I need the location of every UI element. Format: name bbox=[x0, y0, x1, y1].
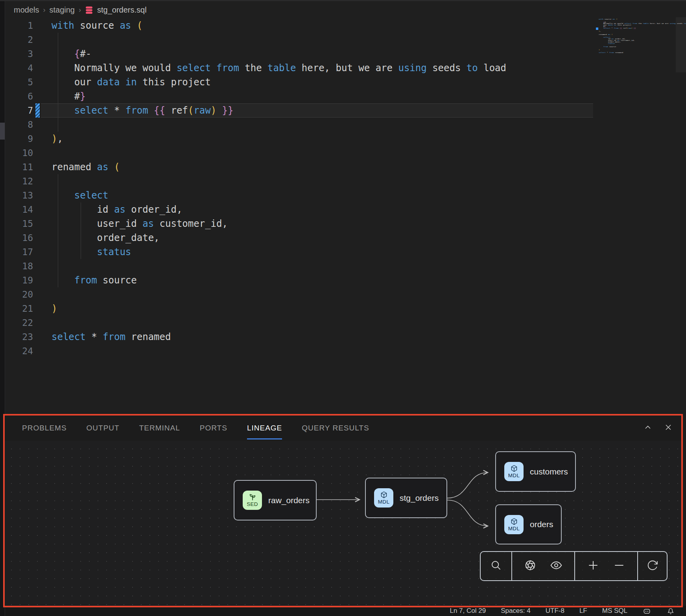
plus-icon bbox=[587, 559, 599, 573]
database-icon bbox=[85, 6, 93, 14]
maximize-panel-button[interactable] bbox=[643, 423, 653, 433]
breadcrumb-file-name[interactable]: stg_orders.sql bbox=[97, 6, 147, 15]
node-label: customers bbox=[530, 467, 568, 476]
code-line-23[interactable]: select * from renamed bbox=[52, 330, 506, 344]
lineage-toolbar bbox=[480, 551, 668, 581]
lineage-edges bbox=[5, 441, 681, 606]
sidebar-drag-handle[interactable] bbox=[0, 123, 5, 140]
lineage-node-orders[interactable]: MDLorders bbox=[495, 504, 562, 544]
code-line-19[interactable]: from source bbox=[52, 273, 506, 287]
refresh-button[interactable] bbox=[645, 558, 660, 574]
language-mode[interactable]: MS SQL bbox=[602, 607, 627, 615]
snapshot-button[interactable] bbox=[522, 558, 538, 574]
code-line-13[interactable]: select bbox=[52, 188, 506, 202]
code-editor[interactable]: models › staging › stg_orders.sql 123456… bbox=[0, 0, 686, 414]
badge-label: SED bbox=[247, 501, 258, 507]
search-icon bbox=[490, 559, 502, 573]
panel-actions bbox=[643, 416, 673, 441]
bottom-panel-highlighted: PROBLEMSOUTPUTTERMINALPORTSLINEAGEQUERY … bbox=[3, 414, 683, 607]
tab-terminal[interactable]: TERMINAL bbox=[139, 416, 180, 441]
code-line-9[interactable]: ), bbox=[52, 132, 506, 146]
refresh-icon bbox=[647, 559, 658, 573]
model-badge: MDL bbox=[374, 488, 393, 508]
lineage-graph[interactable]: SEDraw_ordersMDLstg_ordersMDLcustomersMD… bbox=[5, 441, 681, 606]
minimap-slider[interactable] bbox=[676, 17, 686, 72]
modified-line-indicator bbox=[35, 103, 40, 118]
code-line-22[interactable] bbox=[52, 316, 506, 330]
code-content[interactable]: with source as ( {#- Normally we would s… bbox=[52, 18, 506, 358]
code-line-15[interactable]: user_id as customer_id, bbox=[52, 217, 506, 231]
lineage-node-customers[interactable]: MDLcustomers bbox=[495, 451, 576, 492]
chevron-right-icon: › bbox=[43, 6, 45, 14]
node-label: stg_orders bbox=[400, 493, 439, 503]
seedling-icon bbox=[249, 493, 256, 501]
tab-lineage[interactable]: LINEAGE bbox=[247, 416, 282, 441]
window-top-edge bbox=[0, 0, 686, 1]
aperture-icon bbox=[524, 559, 536, 573]
badge-label: MDL bbox=[508, 526, 520, 531]
code-content[interactable]: with source as ( {#- Normally we would s… bbox=[599, 18, 686, 55]
indent-guide bbox=[58, 174, 58, 287]
zoom-in-button[interactable] bbox=[585, 558, 601, 574]
tab-problems[interactable]: PROBLEMS bbox=[22, 416, 67, 441]
node-label: raw_orders bbox=[268, 496, 310, 505]
chevron-up-icon bbox=[643, 423, 653, 434]
close-icon bbox=[664, 423, 673, 434]
lineage-node-raw_orders[interactable]: SEDraw_orders bbox=[234, 480, 317, 520]
cursor-position[interactable]: Ln 7, Col 29 bbox=[450, 607, 486, 615]
visibility-button[interactable] bbox=[548, 558, 564, 574]
seed-badge: SED bbox=[243, 491, 262, 510]
robot-icon[interactable] bbox=[642, 607, 651, 616]
chevron-right-icon: › bbox=[79, 6, 81, 14]
lineage-node-stg_orders[interactable]: MDLstg_orders bbox=[365, 478, 447, 518]
breadcrumb-item-staging[interactable]: staging bbox=[49, 6, 75, 15]
code-line-6[interactable]: #} bbox=[52, 89, 506, 103]
breadcrumb-item-models[interactable]: models bbox=[14, 6, 39, 15]
zoom-out-button[interactable] bbox=[611, 558, 627, 574]
code-line-24[interactable] bbox=[52, 344, 506, 358]
cube-icon bbox=[510, 518, 518, 526]
cube-icon bbox=[380, 491, 388, 499]
code-line-2[interactable] bbox=[52, 33, 506, 47]
code-line-1[interactable]: with source as ( bbox=[52, 18, 506, 33]
badge-label: MDL bbox=[508, 473, 520, 478]
code-line-14[interactable]: id as order_id, bbox=[52, 202, 506, 217]
indentation[interactable]: Spaces: 4 bbox=[501, 607, 531, 615]
search-button[interactable] bbox=[488, 558, 504, 574]
minus-icon bbox=[613, 559, 625, 573]
cube-icon bbox=[510, 465, 518, 473]
code-line-4[interactable]: Normally we would select from the table … bbox=[52, 61, 506, 75]
minimap[interactable]: with source as ( {#- Normally we would s… bbox=[595, 16, 686, 83]
encoding[interactable]: UTF-8 bbox=[546, 607, 564, 615]
node-label: orders bbox=[530, 520, 553, 529]
code-line-17[interactable]: status bbox=[52, 245, 506, 259]
code-line-21[interactable]: ) bbox=[52, 302, 506, 316]
code-line-12[interactable] bbox=[52, 174, 506, 188]
code-line-7[interactable]: select * from {{ ref(raw) }} bbox=[52, 103, 506, 118]
model-badge: MDL bbox=[504, 515, 524, 534]
indent-guide bbox=[58, 33, 58, 132]
code-line-16[interactable]: order_date, bbox=[52, 231, 506, 245]
code-line-8[interactable] bbox=[52, 118, 506, 132]
tab-query-results[interactable]: QUERY RESULTS bbox=[302, 416, 369, 441]
breadcrumb: models › staging › stg_orders.sql bbox=[14, 4, 147, 16]
close-panel-button[interactable] bbox=[663, 423, 673, 433]
eol-sequence[interactable]: LF bbox=[579, 607, 587, 615]
badge-label: MDL bbox=[378, 499, 389, 505]
minimap-modified-marker bbox=[596, 28, 598, 30]
code-line-11[interactable]: renamed as ( bbox=[52, 160, 506, 174]
panel-header: PROBLEMSOUTPUTTERMINALPORTSLINEAGEQUERY … bbox=[5, 416, 681, 441]
eye-icon bbox=[550, 559, 562, 573]
indent-guide bbox=[81, 202, 81, 259]
code-line-10[interactable] bbox=[52, 146, 506, 160]
bell-icon[interactable] bbox=[666, 607, 675, 615]
code-line-20[interactable] bbox=[52, 287, 506, 302]
tab-ports[interactable]: PORTS bbox=[200, 416, 227, 441]
code-line-5[interactable]: our data in this project bbox=[52, 75, 506, 89]
code-line-3[interactable]: {#- bbox=[52, 47, 506, 61]
model-badge: MDL bbox=[504, 462, 524, 481]
tab-output[interactable]: OUTPUT bbox=[87, 416, 120, 441]
code-line-18[interactable] bbox=[52, 259, 506, 273]
panel-tab-bar: PROBLEMSOUTPUTTERMINALPORTSLINEAGEQUERY … bbox=[22, 416, 369, 441]
